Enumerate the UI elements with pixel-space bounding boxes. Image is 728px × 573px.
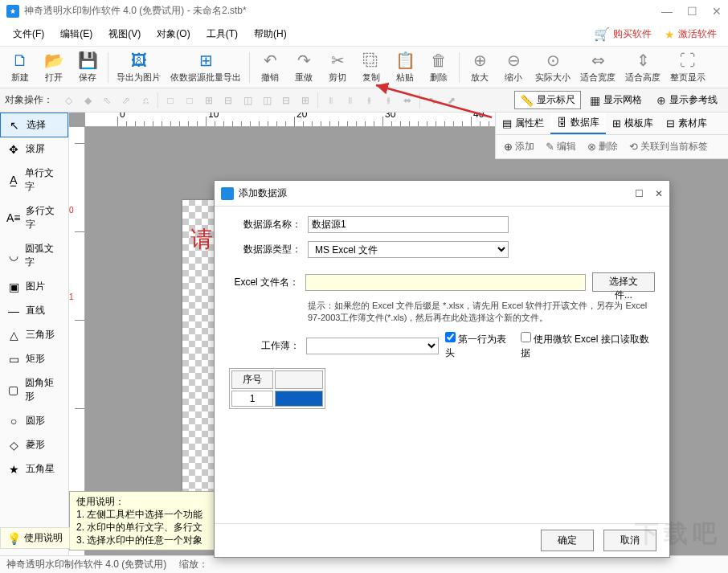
ds-type-label: 数据源类型： [229, 243, 301, 256]
ok-button[interactable]: 确定 [541, 530, 594, 551]
tool-multi[interactable]: A≡多行文字 [0, 199, 68, 237]
ds-type-select[interactable]: MS Excel 文件 [308, 241, 509, 258]
arc-icon: ◡ [6, 249, 20, 262]
tool-circ[interactable]: ○圆形 [0, 409, 68, 433]
obj-op-0[interactable]: ◇ [59, 92, 77, 109]
tool-tri[interactable]: △三角形 [0, 323, 68, 347]
zoomin-button[interactable]: ⊕放大 [463, 49, 497, 85]
delete-button[interactable]: 🗑删除 [422, 50, 456, 85]
tab-property[interactable]: ▤属性栏 [496, 113, 550, 134]
first-row-header-checkbox[interactable]: 第一行为表头 [445, 332, 514, 360]
help-button[interactable]: 💡 使用说明 [0, 527, 70, 549]
obj-op-18[interactable]: ⫵ [379, 92, 397, 109]
use-excel-interface-checkbox[interactable]: 使用微软 Excel 接口读取数据 [521, 332, 655, 360]
export-data-icon: ⊞ [199, 51, 213, 70]
obj-op-12[interactable]: ⊟ [277, 92, 295, 109]
close-button[interactable]: ✕ [712, 5, 722, 18]
watermark-text[interactable]: 请 [190, 224, 213, 255]
menu-help[interactable]: 帮助(H) [246, 24, 295, 44]
tool-diam[interactable]: ◇菱形 [0, 433, 68, 457]
obj-op-19[interactable]: ⬌ [399, 92, 416, 109]
show-ruler-button[interactable]: 📏 显示标尺 [514, 91, 581, 109]
tool-scroll[interactable]: ✥滚屏 [0, 137, 68, 162]
activate-label: 激活软件 [678, 27, 717, 41]
buy-software-link[interactable]: 🛒 购买软件 [587, 25, 658, 43]
fitw-button[interactable]: ⇔适合宽度 [575, 49, 620, 85]
dialog-maximize[interactable]: ☐ [635, 188, 644, 199]
obj-op-17[interactable]: ⫵ [360, 92, 378, 109]
star-label: 五角星 [26, 462, 55, 476]
obj-op-9[interactable]: ⊟ [219, 92, 237, 109]
action-add[interactable]: ⊕添加 [499, 137, 539, 156]
selected-cell[interactable] [275, 391, 323, 407]
tab-template[interactable]: ⊞模板库 [606, 113, 660, 134]
line-label: 直线 [26, 304, 45, 317]
buy-label: 购买软件 [613, 27, 652, 41]
tool-single[interactable]: A̲单行文字 [0, 162, 68, 199]
add-icon: ⊕ [504, 141, 513, 153]
window-title: 神奇透明水印制作软件 4.0 (免费试用) - 未命名2.stb* [24, 4, 661, 18]
action-edit[interactable]: ✎编辑 [541, 137, 581, 156]
redo-button[interactable]: ↷重做 [287, 49, 321, 85]
minimize-button[interactable]: — [661, 5, 673, 18]
obj-op-6[interactable]: □ [162, 92, 179, 109]
obj-op-4[interactable]: ⎌ [137, 92, 154, 109]
menu-view[interactable]: 视图(V) [100, 24, 149, 44]
cancel-button[interactable]: 取消 [603, 530, 656, 551]
zoomout-button[interactable]: ⊖缩小 [497, 49, 530, 85]
tool-line[interactable]: —直线 [0, 299, 68, 323]
menu-file[interactable]: 文件(F) [5, 24, 52, 44]
obj-op-7[interactable]: □ [181, 92, 198, 109]
browse-button[interactable]: 选择文件... [592, 272, 655, 292]
menu-tool[interactable]: 工具(T) [198, 24, 246, 44]
show-grid-button[interactable]: ▦ 显示网格 [584, 91, 648, 109]
obj-op-22[interactable]: ⬈ [443, 92, 460, 109]
tab-material[interactable]: ⊟素材库 [660, 113, 714, 134]
obj-op-1[interactable]: ◆ [79, 92, 96, 109]
excel-file-input[interactable] [305, 274, 586, 291]
new-button[interactable]: 🗋新建 [3, 50, 37, 85]
table-row[interactable]: 1 [231, 391, 323, 407]
activate-software-link[interactable]: ★ 激活软件 [658, 26, 723, 43]
copy-button[interactable]: ⿻复制 [354, 50, 388, 85]
tool-arc[interactable]: ◡圆弧文字 [0, 237, 68, 275]
row-num: 1 [231, 391, 273, 407]
obj-op-13[interactable]: ⊞ [297, 92, 314, 109]
ds-name-input[interactable] [308, 216, 509, 233]
fith-button[interactable]: ⇕适合高度 [620, 49, 665, 85]
tool-rect[interactable]: ▭矩形 [0, 347, 68, 371]
obj-op-10[interactable]: ◫ [239, 92, 256, 109]
cut-button[interactable]: ✂剪切 [321, 49, 354, 85]
show-guide-button[interactable]: ⊕ 显示参考线 [651, 91, 723, 109]
obj-op-3[interactable]: ⬀ [117, 92, 135, 109]
select-icon: ↖ [7, 119, 22, 132]
right-panel: ▤属性栏🗄数据库⊞模板库⊟素材库 ⊕添加✎编辑⊗删除⟲关联到当前标签 [495, 113, 728, 159]
tool-star[interactable]: ★五角星 [0, 457, 68, 481]
tool-select[interactable]: ↖选择 [0, 113, 68, 137]
tool-image[interactable]: ▣图片 [0, 275, 68, 299]
sheet-select[interactable] [306, 338, 440, 354]
export-data-button[interactable]: ⊞依数据源批量导出 [166, 49, 246, 85]
save-button[interactable]: 💾保存 [71, 49, 104, 85]
obj-op-21[interactable]: ⬉ [423, 92, 441, 109]
obj-op-15[interactable]: ⫴ [321, 92, 339, 109]
actual-button[interactable]: ⊙实际大小 [530, 49, 575, 85]
obj-op-2[interactable]: ⬁ [98, 92, 116, 109]
menu-object[interactable]: 对象(O) [149, 24, 198, 44]
menu-edit[interactable]: 编辑(E) [52, 24, 100, 44]
dialog-close[interactable]: ✕ [655, 188, 663, 199]
obj-op-11[interactable]: ◫ [258, 92, 276, 109]
paste-button[interactable]: 📋粘贴 [388, 49, 422, 85]
obj-op-16[interactable]: ⫴ [341, 92, 358, 109]
action-link[interactable]: ⟲关联到当前标签 [624, 137, 713, 156]
maximize-button[interactable]: ☐ [687, 5, 697, 18]
undo-button[interactable]: ↶撤销 [253, 49, 287, 85]
tool-rrect[interactable]: ▢圆角矩形 [0, 371, 68, 409]
guide-icon: ⊕ [656, 94, 666, 107]
action-del[interactable]: ⊗删除 [583, 137, 623, 156]
open-button[interactable]: 📂打开 [37, 49, 71, 85]
export-img-button[interactable]: 🖼导出为图片 [112, 50, 166, 85]
fitpage-button[interactable]: ⛶整页显示 [665, 50, 710, 85]
tab-database[interactable]: 🗄数据库 [550, 113, 606, 134]
obj-op-8[interactable]: ⊞ [200, 92, 218, 109]
